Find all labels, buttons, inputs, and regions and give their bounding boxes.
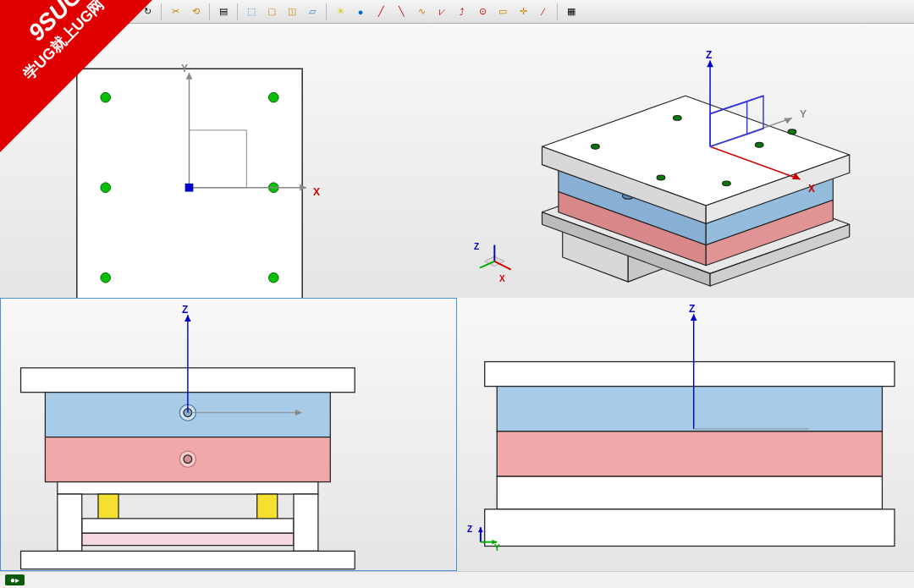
main-toolbar: ⊕ ✥ ↻ ✂ ⟲ ▤ ⬚ ▢ ◫ ▱ ✳ ● ╱ ╲ ∿ ⩗ ⤴ ⊙ ▭ ✛ … bbox=[0, 0, 914, 24]
axis-z-label: Z bbox=[706, 49, 712, 61]
line2-icon: ╲ bbox=[394, 5, 408, 19]
arc-btn[interactable]: ⤴ bbox=[453, 3, 471, 21]
svg-rect-69 bbox=[485, 508, 895, 546]
view-triad bbox=[480, 245, 511, 270]
point-blue-icon: ● bbox=[354, 5, 367, 19]
line2-btn[interactable]: ╲ bbox=[392, 3, 410, 21]
line-btn[interactable]: ╱ bbox=[372, 3, 390, 21]
curve-icon: ∿ bbox=[415, 5, 428, 19]
iso-view-drawing bbox=[457, 24, 914, 298]
separator bbox=[326, 3, 327, 20]
trim-icon: ✂ bbox=[168, 5, 182, 19]
svg-point-3 bbox=[268, 92, 278, 102]
rect-icon: ▭ bbox=[496, 5, 509, 19]
svg-point-4 bbox=[101, 183, 111, 193]
grid-icon: ▦ bbox=[564, 5, 578, 19]
circle-icon: ⊙ bbox=[476, 5, 489, 19]
point-yellow-btn[interactable]: ✳ bbox=[331, 3, 350, 21]
box-icon: ▢ bbox=[265, 5, 278, 19]
grid-btn[interactable]: ▦ bbox=[562, 3, 581, 21]
arc-icon: ⤴ bbox=[455, 5, 469, 19]
svg-rect-53 bbox=[58, 481, 318, 493]
triad-y: Y bbox=[494, 543, 500, 552]
status-mode-chip: ●▸ bbox=[5, 574, 25, 585]
svg-point-30 bbox=[673, 115, 681, 120]
plane-icon: ▱ bbox=[306, 5, 319, 19]
select-rect-btn[interactable]: ⬚ bbox=[242, 3, 261, 21]
box-btn[interactable]: ▢ bbox=[262, 3, 281, 21]
svg-point-31 bbox=[755, 142, 763, 147]
svg-rect-66 bbox=[497, 386, 882, 431]
line-icon: ╱ bbox=[374, 5, 388, 19]
rotate-icon: ↻ bbox=[140, 5, 154, 19]
slash-icon: ⁄ bbox=[537, 5, 550, 19]
svg-point-34 bbox=[723, 181, 731, 186]
move-icon-btn[interactable]: ✥ bbox=[118, 3, 136, 21]
separator bbox=[92, 3, 93, 20]
cross-icon: ✛ bbox=[516, 5, 530, 19]
svg-point-2 bbox=[101, 92, 111, 102]
status-bar: ●▸ bbox=[0, 571, 914, 588]
selection-filter-dropdown[interactable] bbox=[3, 3, 88, 20]
viewport-grid: X Y bbox=[0, 24, 914, 571]
svg-marker-71 bbox=[691, 314, 697, 321]
rotate-icon-btn[interactable]: ↻ bbox=[138, 3, 157, 21]
side-view-drawing bbox=[457, 298, 914, 572]
axis-z-label: Z bbox=[689, 303, 695, 315]
svg-rect-13 bbox=[185, 184, 194, 192]
point-yellow-icon: ✳ bbox=[333, 5, 347, 19]
front-view-drawing bbox=[1, 299, 456, 571]
circle-btn[interactable]: ⊙ bbox=[473, 3, 492, 21]
svg-point-29 bbox=[592, 144, 600, 149]
separator bbox=[161, 3, 162, 20]
axis-z-label: Z bbox=[182, 304, 188, 316]
cube-icon: ◫ bbox=[285, 5, 299, 19]
svg-point-6 bbox=[101, 272, 111, 283]
separator bbox=[557, 3, 558, 20]
triad-z: Z bbox=[467, 525, 472, 534]
point-blue-btn[interactable]: ● bbox=[351, 3, 370, 21]
svg-point-7 bbox=[268, 272, 278, 283]
move-icon: ✥ bbox=[120, 5, 134, 19]
svg-point-52 bbox=[184, 454, 192, 463]
svg-marker-62 bbox=[184, 315, 191, 321]
spline-icon: ⩗ bbox=[435, 5, 449, 19]
viewport-isometric[interactable]: Z X Y Z X bbox=[457, 24, 914, 298]
triad-x: X bbox=[499, 274, 505, 283]
svg-marker-36 bbox=[707, 61, 713, 68]
triad-z: Z bbox=[474, 242, 479, 251]
viewport-side[interactable]: Z Z Y bbox=[457, 298, 914, 572]
svg-rect-60 bbox=[21, 551, 355, 569]
axis-y-label: Y bbox=[800, 108, 807, 120]
spline-btn[interactable]: ⩗ bbox=[432, 3, 451, 21]
viewport-top[interactable]: X Y bbox=[0, 24, 457, 298]
svg-rect-58 bbox=[58, 494, 82, 551]
cube-btn[interactable]: ◫ bbox=[283, 3, 301, 21]
orient-icon: ⟲ bbox=[189, 5, 202, 19]
axis-y-label: Y bbox=[181, 63, 188, 74]
orient-icon-btn[interactable]: ⟲ bbox=[186, 3, 205, 21]
svg-rect-65 bbox=[485, 361, 895, 386]
select-rect-icon: ⬚ bbox=[245, 5, 258, 19]
separator bbox=[209, 3, 210, 20]
trim-icon-btn[interactable]: ✂ bbox=[166, 3, 184, 21]
wcs-icon: ⊕ bbox=[100, 5, 113, 19]
svg-line-41 bbox=[747, 96, 763, 102]
slash-btn[interactable]: ⁄ bbox=[534, 3, 553, 21]
svg-point-32 bbox=[657, 175, 665, 180]
wcs-icon-btn[interactable]: ⊕ bbox=[97, 3, 116, 21]
axis-x-label: X bbox=[808, 183, 815, 195]
cross-btn[interactable]: ✛ bbox=[514, 3, 532, 21]
svg-rect-67 bbox=[497, 431, 882, 475]
svg-rect-57 bbox=[82, 533, 294, 545]
plane-btn[interactable]: ▱ bbox=[303, 3, 322, 21]
viewport-front[interactable]: Z bbox=[0, 298, 457, 572]
curve-btn[interactable]: ∿ bbox=[412, 3, 431, 21]
separator bbox=[237, 3, 238, 20]
svg-point-33 bbox=[788, 129, 796, 135]
svg-marker-76 bbox=[478, 527, 483, 532]
svg-rect-68 bbox=[497, 476, 882, 509]
layer-icon: ▤ bbox=[217, 5, 230, 19]
rect-btn[interactable]: ▭ bbox=[493, 3, 512, 21]
layer-icon-btn[interactable]: ▤ bbox=[214, 3, 233, 21]
